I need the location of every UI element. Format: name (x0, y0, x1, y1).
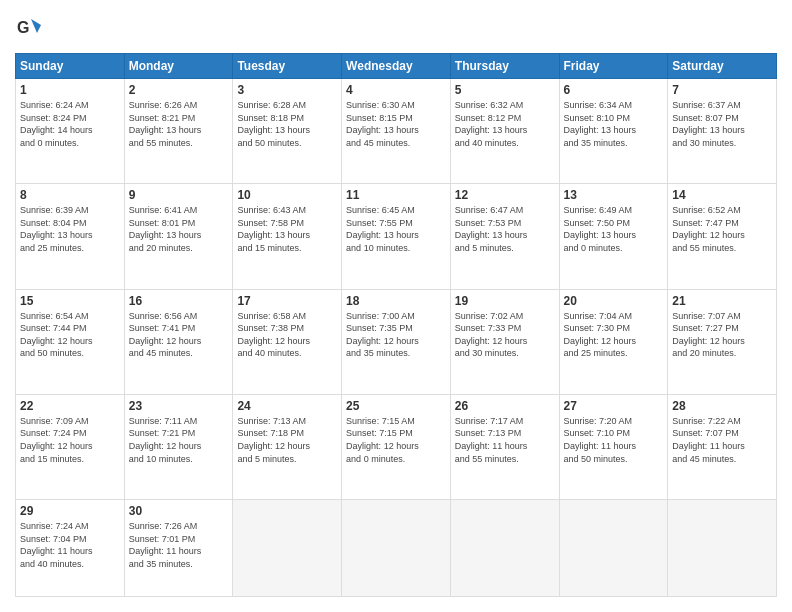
day-number: 27 (564, 399, 664, 413)
day-number: 5 (455, 83, 555, 97)
calendar-week-row: 15Sunrise: 6:54 AM Sunset: 7:44 PM Dayli… (16, 289, 777, 394)
day-detail: Sunrise: 7:24 AM Sunset: 7:04 PM Dayligh… (20, 520, 120, 570)
day-detail: Sunrise: 6:52 AM Sunset: 7:47 PM Dayligh… (672, 204, 772, 254)
day-detail: Sunrise: 6:43 AM Sunset: 7:58 PM Dayligh… (237, 204, 337, 254)
calendar-cell: 16Sunrise: 6:56 AM Sunset: 7:41 PM Dayli… (124, 289, 233, 394)
day-detail: Sunrise: 6:32 AM Sunset: 8:12 PM Dayligh… (455, 99, 555, 149)
day-detail: Sunrise: 6:34 AM Sunset: 8:10 PM Dayligh… (564, 99, 664, 149)
day-detail: Sunrise: 7:02 AM Sunset: 7:33 PM Dayligh… (455, 310, 555, 360)
calendar-cell: 19Sunrise: 7:02 AM Sunset: 7:33 PM Dayli… (450, 289, 559, 394)
calendar-cell: 11Sunrise: 6:45 AM Sunset: 7:55 PM Dayli… (342, 184, 451, 289)
day-detail: Sunrise: 7:07 AM Sunset: 7:27 PM Dayligh… (672, 310, 772, 360)
day-number: 24 (237, 399, 337, 413)
day-detail: Sunrise: 7:04 AM Sunset: 7:30 PM Dayligh… (564, 310, 664, 360)
day-number: 23 (129, 399, 229, 413)
day-number: 16 (129, 294, 229, 308)
day-detail: Sunrise: 6:37 AM Sunset: 8:07 PM Dayligh… (672, 99, 772, 149)
calendar-cell: 10Sunrise: 6:43 AM Sunset: 7:58 PM Dayli… (233, 184, 342, 289)
calendar-cell (559, 500, 668, 597)
day-detail: Sunrise: 7:26 AM Sunset: 7:01 PM Dayligh… (129, 520, 229, 570)
day-number: 2 (129, 83, 229, 97)
day-detail: Sunrise: 6:41 AM Sunset: 8:01 PM Dayligh… (129, 204, 229, 254)
day-detail: Sunrise: 7:09 AM Sunset: 7:24 PM Dayligh… (20, 415, 120, 465)
calendar-cell: 15Sunrise: 6:54 AM Sunset: 7:44 PM Dayli… (16, 289, 125, 394)
day-number: 6 (564, 83, 664, 97)
calendar-cell: 13Sunrise: 6:49 AM Sunset: 7:50 PM Dayli… (559, 184, 668, 289)
calendar-cell: 4Sunrise: 6:30 AM Sunset: 8:15 PM Daylig… (342, 79, 451, 184)
day-number: 1 (20, 83, 120, 97)
calendar-week-row: 22Sunrise: 7:09 AM Sunset: 7:24 PM Dayli… (16, 394, 777, 499)
day-number: 12 (455, 188, 555, 202)
calendar-body: 1Sunrise: 6:24 AM Sunset: 8:24 PM Daylig… (16, 79, 777, 597)
day-number: 30 (129, 504, 229, 518)
calendar-cell: 29Sunrise: 7:24 AM Sunset: 7:04 PM Dayli… (16, 500, 125, 597)
calendar-cell: 24Sunrise: 7:13 AM Sunset: 7:18 PM Dayli… (233, 394, 342, 499)
day-detail: Sunrise: 6:58 AM Sunset: 7:38 PM Dayligh… (237, 310, 337, 360)
calendar-cell: 3Sunrise: 6:28 AM Sunset: 8:18 PM Daylig… (233, 79, 342, 184)
day-number: 20 (564, 294, 664, 308)
logo-icon: G (15, 15, 43, 43)
day-number: 28 (672, 399, 772, 413)
day-detail: Sunrise: 7:22 AM Sunset: 7:07 PM Dayligh… (672, 415, 772, 465)
day-detail: Sunrise: 6:28 AM Sunset: 8:18 PM Dayligh… (237, 99, 337, 149)
calendar-cell: 21Sunrise: 7:07 AM Sunset: 7:27 PM Dayli… (668, 289, 777, 394)
day-number: 9 (129, 188, 229, 202)
day-of-week-header: Wednesday (342, 54, 451, 79)
day-of-week-header: Friday (559, 54, 668, 79)
day-detail: Sunrise: 7:15 AM Sunset: 7:15 PM Dayligh… (346, 415, 446, 465)
day-of-week-header: Thursday (450, 54, 559, 79)
calendar-cell: 18Sunrise: 7:00 AM Sunset: 7:35 PM Dayli… (342, 289, 451, 394)
day-of-week-header: Sunday (16, 54, 125, 79)
calendar-cell: 28Sunrise: 7:22 AM Sunset: 7:07 PM Dayli… (668, 394, 777, 499)
day-detail: Sunrise: 6:30 AM Sunset: 8:15 PM Dayligh… (346, 99, 446, 149)
calendar-cell: 9Sunrise: 6:41 AM Sunset: 8:01 PM Daylig… (124, 184, 233, 289)
calendar-cell: 5Sunrise: 6:32 AM Sunset: 8:12 PM Daylig… (450, 79, 559, 184)
calendar-cell: 2Sunrise: 6:26 AM Sunset: 8:21 PM Daylig… (124, 79, 233, 184)
calendar-cell: 20Sunrise: 7:04 AM Sunset: 7:30 PM Dayli… (559, 289, 668, 394)
calendar-cell (450, 500, 559, 597)
day-detail: Sunrise: 6:24 AM Sunset: 8:24 PM Dayligh… (20, 99, 120, 149)
calendar-cell: 1Sunrise: 6:24 AM Sunset: 8:24 PM Daylig… (16, 79, 125, 184)
day-detail: Sunrise: 7:17 AM Sunset: 7:13 PM Dayligh… (455, 415, 555, 465)
day-number: 8 (20, 188, 120, 202)
day-number: 4 (346, 83, 446, 97)
day-detail: Sunrise: 6:47 AM Sunset: 7:53 PM Dayligh… (455, 204, 555, 254)
calendar-cell: 8Sunrise: 6:39 AM Sunset: 8:04 PM Daylig… (16, 184, 125, 289)
day-number: 26 (455, 399, 555, 413)
svg-marker-1 (31, 19, 41, 33)
day-of-week-header: Saturday (668, 54, 777, 79)
day-number: 3 (237, 83, 337, 97)
day-detail: Sunrise: 7:20 AM Sunset: 7:10 PM Dayligh… (564, 415, 664, 465)
day-detail: Sunrise: 7:11 AM Sunset: 7:21 PM Dayligh… (129, 415, 229, 465)
day-detail: Sunrise: 7:13 AM Sunset: 7:18 PM Dayligh… (237, 415, 337, 465)
day-detail: Sunrise: 6:45 AM Sunset: 7:55 PM Dayligh… (346, 204, 446, 254)
day-number: 10 (237, 188, 337, 202)
day-number: 13 (564, 188, 664, 202)
day-detail: Sunrise: 6:56 AM Sunset: 7:41 PM Dayligh… (129, 310, 229, 360)
calendar-cell: 23Sunrise: 7:11 AM Sunset: 7:21 PM Dayli… (124, 394, 233, 499)
calendar-cell: 30Sunrise: 7:26 AM Sunset: 7:01 PM Dayli… (124, 500, 233, 597)
day-detail: Sunrise: 6:39 AM Sunset: 8:04 PM Dayligh… (20, 204, 120, 254)
day-number: 11 (346, 188, 446, 202)
calendar-cell (233, 500, 342, 597)
day-number: 29 (20, 504, 120, 518)
day-number: 7 (672, 83, 772, 97)
day-detail: Sunrise: 6:49 AM Sunset: 7:50 PM Dayligh… (564, 204, 664, 254)
day-number: 19 (455, 294, 555, 308)
calendar-week-row: 8Sunrise: 6:39 AM Sunset: 8:04 PM Daylig… (16, 184, 777, 289)
day-number: 17 (237, 294, 337, 308)
page: G SundayMondayTuesdayWednesdayThursdayFr… (0, 0, 792, 612)
day-detail: Sunrise: 6:54 AM Sunset: 7:44 PM Dayligh… (20, 310, 120, 360)
header: G (15, 15, 777, 43)
calendar-cell (668, 500, 777, 597)
day-number: 14 (672, 188, 772, 202)
calendar-week-row: 29Sunrise: 7:24 AM Sunset: 7:04 PM Dayli… (16, 500, 777, 597)
day-detail: Sunrise: 6:26 AM Sunset: 8:21 PM Dayligh… (129, 99, 229, 149)
calendar-table: SundayMondayTuesdayWednesdayThursdayFrid… (15, 53, 777, 597)
day-of-week-header: Tuesday (233, 54, 342, 79)
day-number: 15 (20, 294, 120, 308)
calendar-cell: 17Sunrise: 6:58 AM Sunset: 7:38 PM Dayli… (233, 289, 342, 394)
day-number: 22 (20, 399, 120, 413)
day-number: 21 (672, 294, 772, 308)
calendar-cell: 6Sunrise: 6:34 AM Sunset: 8:10 PM Daylig… (559, 79, 668, 184)
